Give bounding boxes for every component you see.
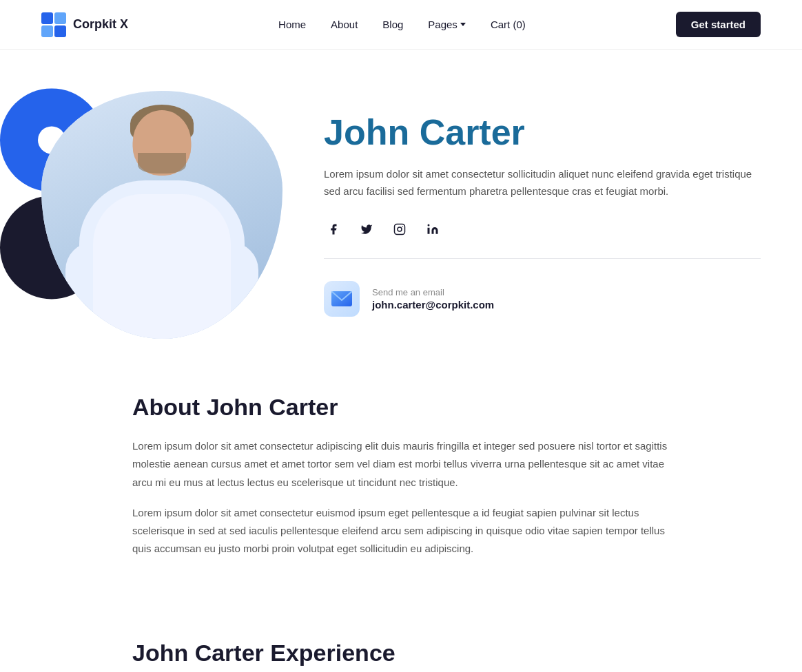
- logo-icon: [41, 12, 66, 37]
- experience-title: John Carter Experience: [132, 640, 670, 666]
- instagram-icon: [393, 223, 406, 235]
- svg-point-2: [402, 226, 403, 227]
- about-title: About John Carter: [132, 394, 670, 421]
- email-icon: [331, 291, 352, 306]
- logo-link[interactable]: Corpkit X: [41, 12, 128, 37]
- social-links: [324, 220, 761, 259]
- get-started-button[interactable]: Get started: [676, 12, 761, 37]
- nav-blog[interactable]: Blog: [382, 19, 403, 30]
- linkedin-link[interactable]: [423, 220, 442, 239]
- logo-text: Corpkit X: [73, 17, 128, 32]
- hero-section: John Carter Lorem ipsum dolor sit amet c…: [0, 50, 802, 394]
- chevron-down-icon: [460, 23, 466, 26]
- email-label: Send me an email: [372, 287, 494, 297]
- svg-point-4: [428, 224, 430, 226]
- hero-photo: [41, 91, 282, 339]
- nav-cart[interactable]: Cart (0): [491, 19, 526, 30]
- experience-section: John Carter Experience Lorem ipsum dolor…: [91, 612, 711, 673]
- svg-rect-3: [428, 227, 430, 233]
- email-info: Send me an email john.carter@corpkit.com: [372, 287, 494, 311]
- instagram-link[interactable]: [390, 220, 409, 239]
- navbar: Corpkit X Home About Blog Pages Cart (0)…: [0, 0, 802, 50]
- email-address: john.carter@corpkit.com: [372, 299, 494, 311]
- nav-about[interactable]: About: [331, 19, 358, 30]
- about-para-2: Lorem ipsum dolor sit amet consectetur e…: [132, 504, 670, 558]
- linkedin-icon: [426, 223, 439, 235]
- svg-point-1: [398, 227, 402, 231]
- hero-description: Lorem ipsum dolor sit amet consectetur s…: [324, 165, 761, 200]
- svg-rect-0: [395, 224, 405, 234]
- about-section: About John Carter Lorem ipsum dolor sit …: [91, 394, 711, 612]
- hero-image-area: [41, 91, 282, 339]
- email-icon-wrap: [324, 281, 360, 317]
- hero-content: John Carter Lorem ipsum dolor sit amet c…: [324, 113, 761, 316]
- facebook-icon: [327, 223, 340, 235]
- twitter-link[interactable]: [357, 220, 376, 239]
- nav-pages[interactable]: Pages: [428, 19, 466, 30]
- about-para-1: Lorem ipsum dolor sit amet consectetur a…: [132, 437, 670, 492]
- person-name: John Carter: [324, 113, 761, 152]
- nav-home[interactable]: Home: [278, 19, 306, 30]
- email-card: Send me an email john.carter@corpkit.com: [324, 281, 761, 317]
- person-figure: [41, 91, 282, 339]
- twitter-icon: [360, 223, 373, 235]
- nav-links: Home About Blog Pages Cart (0): [278, 19, 526, 30]
- facebook-link[interactable]: [324, 220, 343, 239]
